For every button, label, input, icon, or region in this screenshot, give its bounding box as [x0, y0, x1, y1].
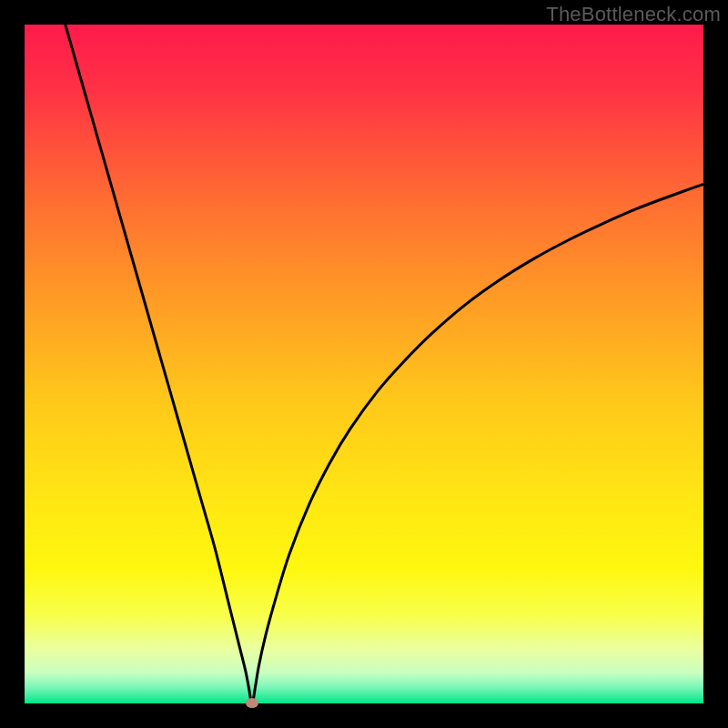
curve-layer	[25, 25, 703, 703]
watermark-text: TheBottleneck.com	[546, 3, 721, 26]
optimum-marker	[246, 698, 258, 708]
chart-frame: TheBottleneck.com	[0, 0, 728, 728]
plot-area	[25, 25, 703, 703]
bottleneck-curve	[66, 25, 703, 703]
